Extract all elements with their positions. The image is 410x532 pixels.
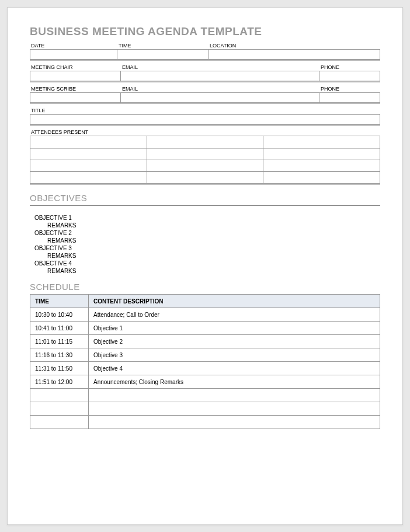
meeting-title-label: TITLE (30, 106, 380, 114)
schedule-col-time: TIME (30, 295, 89, 308)
objective-name: OBJECTIVE 2 (30, 229, 380, 237)
attendees-label: ATTENDEES PRESENT (30, 128, 380, 136)
schedule-row (30, 402, 380, 416)
attendees-cell[interactable] (263, 136, 380, 148)
attendees-row (30, 171, 380, 183)
schedule-desc[interactable]: Objective 4 (89, 362, 380, 375)
date-time-location-block: DATE TIME LOCATION (30, 42, 380, 61)
schedule-time[interactable]: 10:30 to 10:40 (30, 308, 89, 322)
schedule-row: 10:30 to 10:40Attendance; Call to Order (30, 308, 380, 322)
meeting-title-block: TITLE (30, 106, 380, 126)
scribe-label: MEETING SCRIBE (30, 85, 121, 92)
objective-name: OBJECTIVE 4 (30, 260, 380, 267)
schedule-desc[interactable] (89, 389, 380, 402)
schedule-time[interactable] (30, 389, 89, 402)
schedule-row (30, 416, 380, 429)
attendees-row (30, 148, 380, 160)
schedule-desc[interactable]: Attendance; Call to Order (89, 308, 380, 322)
schedule-desc[interactable]: Objective 2 (89, 335, 380, 348)
schedule-desc[interactable]: Objective 1 (89, 322, 380, 335)
objective-remarks-label: REMARKS (30, 237, 380, 244)
time-field[interactable] (117, 49, 209, 60)
objective-name: OBJECTIVE 3 (30, 244, 380, 252)
scribe-email-label: EMAIL (121, 85, 319, 92)
location-field[interactable] (209, 49, 380, 60)
chair-field[interactable] (30, 71, 121, 81)
time-label: TIME (117, 42, 209, 49)
attendees-row (30, 136, 380, 148)
schedule-row: 11:01 to 11:15Objective 2 (30, 335, 380, 348)
schedule-row (30, 389, 380, 402)
document-page: BUSINESS MEETING AGENDA TEMPLATE DATE TI… (7, 7, 403, 525)
scribe-email-field[interactable] (121, 92, 319, 103)
schedule-time[interactable] (30, 416, 89, 429)
schedule-col-desc: CONTENT DESCRIPTION (89, 295, 380, 308)
schedule-table: TIME CONTENT DESCRIPTION 10:30 to 10:40A… (30, 294, 380, 429)
schedule-desc[interactable] (89, 416, 380, 429)
attendees-cell[interactable] (263, 160, 380, 171)
chair-email-field[interactable] (121, 71, 319, 81)
meeting-title-field[interactable] (30, 114, 380, 125)
schedule-desc[interactable]: Objective 3 (89, 348, 380, 362)
date-label: DATE (30, 42, 117, 49)
attendees-cell[interactable] (263, 172, 380, 183)
attendees-cell[interactable] (263, 148, 380, 160)
attendees-block: ATTENDEES PRESENT (30, 128, 380, 185)
objective-name: OBJECTIVE 1 (30, 214, 380, 222)
divider (30, 205, 380, 206)
chair-phone-label: PHONE (319, 63, 380, 71)
schedule-desc[interactable]: Announcements; Closing Remarks (89, 375, 380, 389)
date-field[interactable] (30, 49, 117, 60)
attendees-cell[interactable] (147, 160, 263, 171)
document-title: BUSINESS MEETING AGENDA TEMPLATE (30, 25, 380, 38)
meeting-scribe-block: MEETING SCRIBE EMAIL PHONE (30, 85, 380, 104)
location-label: LOCATION (209, 42, 380, 49)
objectives-list: OBJECTIVE 1 REMARKS OBJECTIVE 2 REMARKS … (30, 214, 380, 275)
schedule-heading: SCHEDULE (30, 282, 380, 292)
attendees-row (30, 160, 380, 171)
schedule-row: 11:16 to 11:30Objective 3 (30, 348, 380, 362)
schedule-time[interactable]: 11:01 to 11:15 (30, 335, 89, 348)
schedule-time[interactable]: 11:16 to 11:30 (30, 348, 89, 362)
objective-remarks-label: REMARKS (30, 222, 380, 229)
attendees-cell[interactable] (30, 172, 147, 183)
attendees-cell[interactable] (147, 136, 263, 148)
schedule-time[interactable]: 11:31 to 11:50 (30, 362, 89, 375)
attendees-cell[interactable] (30, 136, 147, 148)
attendees-cell[interactable] (147, 172, 263, 183)
chair-label: MEETING CHAIR (30, 63, 121, 71)
scribe-phone-label: PHONE (319, 85, 380, 92)
schedule-time[interactable]: 11:51 to 12:00 (30, 375, 89, 389)
meeting-chair-block: MEETING CHAIR EMAIL PHONE (30, 63, 380, 82)
schedule-desc[interactable] (89, 402, 380, 416)
attendees-cell[interactable] (30, 160, 147, 171)
objectives-heading: OBJECTIVES (30, 193, 380, 203)
schedule-row: 10:41 to 11:00Objective 1 (30, 322, 380, 335)
schedule-time[interactable]: 10:41 to 11:00 (30, 322, 89, 335)
objective-remarks-label: REMARKS (30, 252, 380, 260)
objective-remarks-label: REMARKS (30, 267, 380, 275)
schedule-time[interactable] (30, 402, 89, 416)
schedule-row: 11:31 to 11:50Objective 4 (30, 362, 380, 375)
scribe-phone-field[interactable] (319, 92, 380, 103)
schedule-row: 11:51 to 12:00Announcements; Closing Rem… (30, 375, 380, 389)
chair-email-label: EMAIL (121, 63, 319, 71)
attendees-cell[interactable] (30, 148, 147, 160)
attendees-grid (30, 136, 380, 184)
attendees-cell[interactable] (147, 148, 263, 160)
schedule-header-row: TIME CONTENT DESCRIPTION (30, 295, 380, 308)
scribe-field[interactable] (30, 92, 121, 103)
chair-phone-field[interactable] (319, 71, 380, 81)
